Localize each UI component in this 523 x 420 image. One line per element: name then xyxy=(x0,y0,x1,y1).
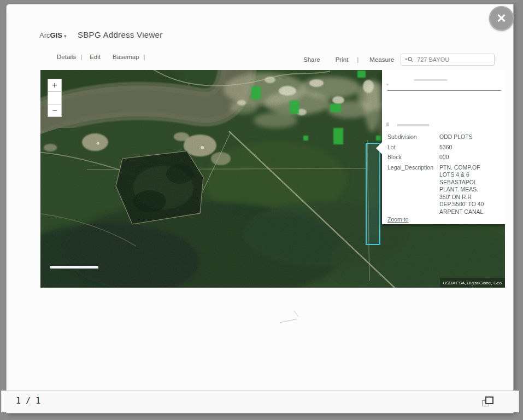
search-icon[interactable] xyxy=(404,56,413,63)
scan-smudge xyxy=(294,310,299,317)
field-row-lot: Lot 5360 xyxy=(387,144,503,151)
popup-divider xyxy=(387,90,501,91)
feature-popup: Subdivision ODD PLOTS Lot 5360 Block 000… xyxy=(382,70,505,224)
popup-callout-arrow xyxy=(376,142,382,154)
brand-bold: GIS xyxy=(50,31,62,39)
map-zoom-control: + − xyxy=(48,79,62,117)
page-title: SBPG Address Viewer xyxy=(78,30,163,39)
zoom-in-button[interactable]: + xyxy=(48,79,62,92)
search-box[interactable] xyxy=(401,54,495,66)
chevron-down-icon: ▾ xyxy=(64,33,67,39)
zoom-out-button[interactable]: − xyxy=(48,104,62,117)
close-icon: ✕ xyxy=(496,11,506,26)
field-label: Legal_Description xyxy=(387,164,439,216)
faded-field-text xyxy=(397,124,429,126)
preview-modal: ArcGIS▾ SBPG Address Viewer Details | Ed… xyxy=(0,0,523,420)
field-label: Subdivision xyxy=(387,133,439,141)
field-value: 000 xyxy=(439,154,490,161)
share-button[interactable]: Share xyxy=(303,56,320,63)
field-label: Lot xyxy=(387,144,439,151)
zoom-to-link[interactable]: Zoom to xyxy=(387,216,409,223)
measure-button[interactable]: Measure xyxy=(369,56,394,63)
toolbar-separator: | xyxy=(80,54,82,60)
toolbar-separator: | xyxy=(357,56,359,63)
scan-smudge xyxy=(280,319,297,323)
field-row-block: Block 000 xyxy=(387,154,503,161)
toolbar-right: Share Print | Measure xyxy=(303,54,495,66)
map-attribution: USDA FSA, DigitalGlobe, Geo xyxy=(440,278,505,288)
arcgis-menu[interactable]: ArcGIS▾ xyxy=(39,31,66,39)
edit-button[interactable]: Edit xyxy=(90,54,101,60)
map-canvas[interactable]: + − USDA FSA, DigitalGlobe, Geo Subdivis… xyxy=(40,70,505,288)
toolbar-left: Details | Edit Basemap | xyxy=(57,54,145,60)
scale-bar xyxy=(50,266,98,269)
home-button[interactable] xyxy=(48,91,62,104)
icon-front-square xyxy=(485,396,493,404)
faded-field-mark xyxy=(386,122,389,126)
field-label: Block xyxy=(387,154,439,161)
field-value: ODD PLOTS xyxy=(439,133,490,141)
details-button[interactable]: Details xyxy=(57,54,76,60)
close-button[interactable]: ✕ xyxy=(489,6,514,31)
field-row-subdivision: Subdivision ODD PLOTS xyxy=(387,133,503,141)
search-input[interactable] xyxy=(416,56,491,63)
brand-prefix: Arc xyxy=(39,31,50,39)
print-button[interactable]: Print xyxy=(336,56,349,63)
field-value: 5360 xyxy=(439,144,490,151)
field-value: PTN. COMP.OF LOTS 4 & 6 SEBASTAPOL PLANT… xyxy=(439,164,490,216)
faded-mark xyxy=(386,84,389,85)
basemap-button[interactable]: Basemap xyxy=(113,54,139,60)
document-page: ArcGIS▾ SBPG Address Viewer Details | Ed… xyxy=(7,4,513,413)
faded-title-text xyxy=(414,79,448,81)
pager-bar: 1 / 1 xyxy=(1,390,519,412)
popup-fields: Subdivision ODD PLOTS Lot 5360 Block 000… xyxy=(387,133,503,218)
field-row-legal-description: Legal_Description PTN. COMP.OF LOTS 4 & … xyxy=(387,164,503,216)
page-indicator: 1 / 1 xyxy=(16,396,40,406)
selected-parcel-outline[interactable] xyxy=(366,143,380,244)
toolbar-separator: | xyxy=(144,54,145,60)
open-in-new-icon[interactable] xyxy=(482,396,493,406)
